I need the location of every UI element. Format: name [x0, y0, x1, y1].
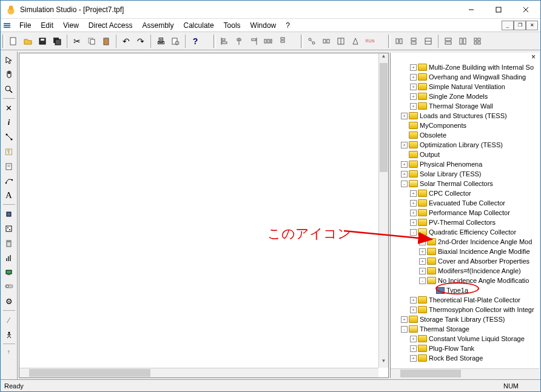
- vscroll-thumb[interactable]: [380, 63, 388, 172]
- tree-item[interactable]: -Quadratic Efficiency Collector: [392, 227, 539, 237]
- notes-tool[interactable]: [2, 159, 16, 173]
- tree-expander[interactable]: +: [410, 103, 417, 110]
- menu-assembly[interactable]: Assembly: [138, 20, 178, 31]
- print-preview-button[interactable]: [168, 34, 183, 48]
- key-tool[interactable]: ⚿: [2, 145, 16, 158]
- menu-calculate[interactable]: Calculate: [180, 20, 218, 31]
- tree-item[interactable]: +2nd-Order Incidence Angle Mod: [392, 237, 539, 247]
- menu-?[interactable]: ?: [281, 20, 294, 31]
- redo-button[interactable]: ↷: [133, 34, 148, 48]
- text-tool[interactable]: A: [2, 188, 16, 202]
- tree-expander[interactable]: -: [410, 229, 417, 236]
- menu-direct-access[interactable]: Direct Access: [84, 20, 137, 31]
- tree-item[interactable]: +Overhang and Wingwall Shading: [392, 72, 539, 82]
- chart-tool[interactable]: [2, 251, 16, 264]
- tree-expander[interactable]: +: [410, 336, 417, 342]
- tree-expander[interactable]: +: [410, 84, 417, 90]
- tool-b-button[interactable]: [319, 34, 334, 48]
- tree-expander[interactable]: -: [401, 181, 408, 187]
- tree-item[interactable]: -Thermal Storage: [392, 324, 539, 334]
- toolbar-grip[interactable]: [388, 35, 391, 48]
- system-menu-icon[interactable]: [3, 21, 12, 30]
- tree-item[interactable]: +Multi-Zone Building with Internal So: [392, 62, 539, 72]
- print-button[interactable]: 🖶: [153, 34, 168, 48]
- tree-item[interactable]: +Thermal Storage Wall: [392, 101, 539, 111]
- tree-hscrollbar[interactable]: [391, 368, 539, 378]
- tree-expander[interactable]: +: [410, 190, 417, 197]
- dice-tool[interactable]: [2, 222, 16, 235]
- layout6-button[interactable]: [470, 34, 485, 48]
- tool-d-button[interactable]: [348, 34, 363, 48]
- menu-edit[interactable]: Edit: [36, 20, 58, 31]
- open-file-button[interactable]: [21, 34, 35, 48]
- tree-expander[interactable]: +: [401, 171, 408, 178]
- hand-tool[interactable]: [2, 68, 16, 81]
- tree-item[interactable]: +Simple Natural Ventilation: [392, 82, 539, 91]
- tree-expander[interactable]: +: [419, 268, 426, 274]
- calc-tool[interactable]: [2, 236, 16, 250]
- tree-item[interactable]: Obsolete: [392, 130, 539, 140]
- tree-item[interactable]: +Constant Volume Liquid Storage: [392, 334, 539, 344]
- toolbar-grip[interactable]: [2, 35, 5, 48]
- tree-item[interactable]: Output: [392, 150, 539, 159]
- tree-item[interactable]: -No Incidence Angle Modificatio: [392, 276, 539, 285]
- mdi-minimize-button[interactable]: _: [502, 21, 514, 30]
- align-right-button[interactable]: [246, 34, 261, 48]
- close-button[interactable]: [512, 1, 539, 18]
- tree-item[interactable]: +Storage Tank Library (TESS): [392, 314, 539, 324]
- canvas-vscrollbar[interactable]: ▲ ▼: [378, 53, 388, 368]
- tree-expander[interactable]: +: [410, 297, 417, 304]
- tree-expander[interactable]: +: [410, 219, 417, 226]
- tree-expander[interactable]: +: [410, 210, 417, 216]
- tree-item[interactable]: +Rock Bed Storage: [392, 353, 539, 363]
- tree-expander[interactable]: +: [401, 142, 408, 148]
- tree-expander[interactable]: +: [410, 355, 417, 362]
- tree-expander[interactable]: -: [419, 277, 426, 284]
- tree-expander[interactable]: +: [410, 64, 417, 71]
- run-person-tool[interactable]: [2, 328, 16, 341]
- tree-item[interactable]: +Optimization Library (TESS): [392, 140, 539, 150]
- tree-expander[interactable]: +: [401, 113, 408, 119]
- pointer-tool[interactable]: [2, 53, 16, 67]
- tree-item[interactable]: +Thermosyphon Collector with Integr: [392, 305, 539, 314]
- save-all-button[interactable]: [50, 34, 64, 48]
- tree-item[interactable]: Type1a: [392, 285, 539, 295]
- info-tool[interactable]: i: [2, 116, 16, 129]
- gear-tool[interactable]: ⚙: [2, 294, 16, 308]
- tree-expander[interactable]: +: [401, 161, 408, 168]
- mdi-restore-button[interactable]: ❐: [514, 21, 526, 30]
- toggle-tool[interactable]: [2, 280, 16, 293]
- toolbar-grip[interactable]: [301, 35, 303, 48]
- block-tool[interactable]: [2, 207, 16, 221]
- save-button[interactable]: [35, 34, 50, 48]
- tree-item[interactable]: +Loads and Structures (TESS): [392, 111, 539, 121]
- new-file-button[interactable]: [6, 34, 21, 48]
- tree-item[interactable]: +Biaxial Incidence Angle Modifie: [392, 247, 539, 256]
- menu-file[interactable]: File: [15, 20, 35, 31]
- align-left-button[interactable]: [217, 34, 232, 48]
- distribute-h-button[interactable]: [261, 34, 275, 48]
- tree-item[interactable]: +PV-Thermal Collectors: [392, 218, 539, 227]
- tree-expander[interactable]: +: [419, 239, 426, 245]
- layout2-button[interactable]: [406, 34, 421, 48]
- run-button[interactable]: RUN: [363, 34, 377, 48]
- close-tool[interactable]: ✕: [2, 101, 16, 115]
- tree-item[interactable]: +CPC Collector: [392, 188, 539, 198]
- maximize-button[interactable]: [485, 1, 512, 18]
- tree-expander[interactable]: +: [410, 200, 417, 207]
- paste-button[interactable]: [99, 34, 113, 48]
- tree-item[interactable]: +Solar Library (TESS): [392, 169, 539, 179]
- tree-expander[interactable]: +: [401, 316, 408, 323]
- mdi-close-button[interactable]: ✕: [526, 21, 538, 30]
- tree-item[interactable]: +Modifers=f(Incidence Angle): [392, 266, 539, 276]
- tree-item[interactable]: MyComponents: [392, 121, 539, 130]
- tree-expander[interactable]: +: [419, 248, 426, 255]
- canvas-area[interactable]: ▲ ▼: [19, 53, 389, 378]
- toolbar-grip[interactable]: [213, 35, 216, 48]
- path-tool[interactable]: [2, 174, 16, 187]
- help-button[interactable]: ?: [188, 34, 203, 48]
- tree-expander[interactable]: +: [410, 74, 417, 81]
- layout1-button[interactable]: [392, 34, 406, 48]
- tree-item[interactable]: +Single Zone Models: [392, 91, 539, 101]
- tree-item[interactable]: +Theoretical Flat-Plate Collector: [392, 295, 539, 305]
